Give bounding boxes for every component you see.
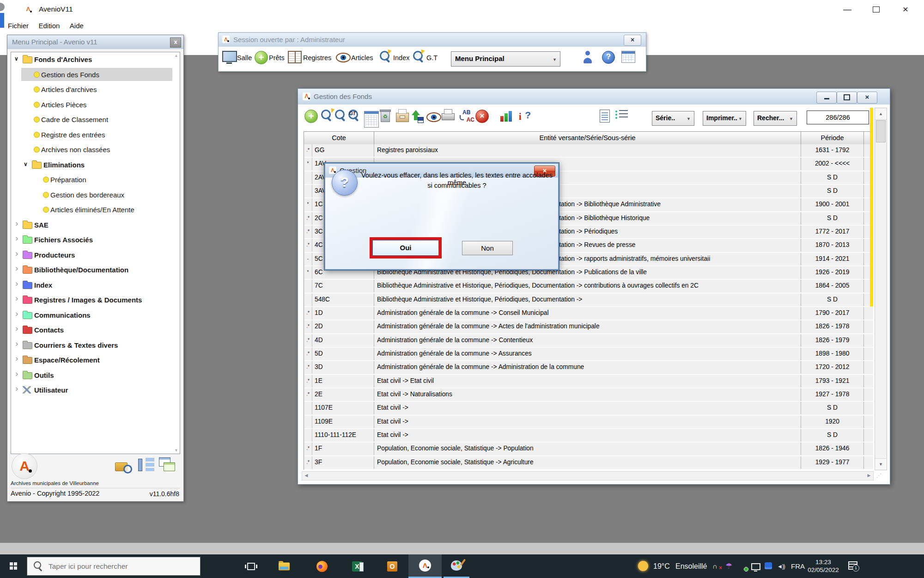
- registres-button[interactable]: Registres: [303, 54, 331, 61]
- taskbar-avenio-active[interactable]: Λ: [408, 554, 442, 578]
- menu-aide[interactable]: Aide: [70, 18, 84, 34]
- tree-item[interactable]: ∨Eliminations: [11, 158, 180, 173]
- fonds-minimize-button[interactable]: [816, 92, 837, 104]
- plus-icon[interactable]: +: [255, 51, 268, 64]
- user-icon[interactable]: [582, 51, 594, 63]
- chevron-right-icon[interactable]: ›: [15, 308, 18, 319]
- tree-item[interactable]: ›Bibliothèque/Documentation: [11, 263, 180, 278]
- scroll-right-icon[interactable]: ▶: [865, 472, 873, 480]
- column-header-cote[interactable]: Cote: [304, 132, 374, 145]
- language-indicator[interactable]: FRA: [791, 554, 805, 578]
- panel-close-button[interactable]: x: [170, 37, 181, 48]
- weather-desc[interactable]: Ensoleillé: [675, 554, 707, 578]
- eye-icon[interactable]: [336, 53, 351, 62]
- tree-item[interactable]: ∨Fonds d'Archives: [11, 52, 180, 68]
- chevron-right-icon[interactable]: ›: [15, 383, 18, 394]
- table-row[interactable]: .*5DAdministration générale de la commun…: [304, 348, 873, 361]
- table-row[interactable]: .*3FPopulation, Economie sociale, Statis…: [304, 456, 873, 470]
- chevron-right-icon[interactable]: ›: [15, 263, 18, 273]
- search-input[interactable]: [48, 557, 188, 575]
- column-header-entite[interactable]: Entité versante/Série/Sous-série: [374, 132, 801, 145]
- sun-weather-icon[interactable]: [638, 561, 648, 571]
- headset-muted-icon[interactable]: ∩: [712, 562, 721, 571]
- zoom-icon[interactable]: [334, 110, 348, 125]
- vertical-scrollbar[interactable]: ▲ ▼: [875, 108, 887, 470]
- chevron-right-icon[interactable]: ›: [15, 218, 18, 228]
- tree-item[interactable]: Cadre de Classement: [11, 112, 180, 128]
- tree-item[interactable]: ›Outils: [11, 368, 180, 383]
- info-help-icon[interactable]: i?: [518, 110, 532, 123]
- monitor-icon[interactable]: [222, 51, 237, 62]
- serie-dropdown[interactable]: Série.. ▼: [652, 111, 694, 126]
- non-button[interactable]: Non: [462, 241, 513, 255]
- tree-item[interactable]: ›Utilisateur: [11, 383, 180, 398]
- taskbar-search[interactable]: [27, 557, 201, 576]
- table-row[interactable]: 1109EEtat civil ->1920: [304, 416, 873, 429]
- shield-status-icon[interactable]: [739, 562, 747, 571]
- oui-button[interactable]: Oui: [372, 240, 439, 256]
- chevron-right-icon[interactable]: ›: [15, 369, 18, 379]
- table-row[interactable]: 1107EEtat civil ->S D: [304, 402, 873, 415]
- taskbar-paint[interactable]: [444, 554, 469, 578]
- tree-item[interactable]: Gestion des Fonds: [11, 68, 180, 83]
- horizontal-scrollbar[interactable]: ◀ ▶: [302, 471, 874, 480]
- eye-icon[interactable]: [426, 112, 441, 122]
- chart-icon[interactable]: [500, 110, 513, 122]
- resize-grip[interactable]: ⋰: [876, 472, 883, 479]
- tree-item[interactable]: ›Espace/Récolement: [11, 353, 180, 368]
- tree-item[interactable]: ›Index: [11, 278, 180, 293]
- chevron-right-icon[interactable]: ›: [15, 293, 18, 303]
- tree-item[interactable]: ›Communications: [11, 308, 180, 323]
- notification-center-button[interactable]: 1: [848, 561, 857, 570]
- tree-item[interactable]: ›Registres / Images & Documents: [11, 293, 180, 308]
- scrollbar-thumb[interactable]: [876, 120, 886, 142]
- speaker-icon[interactable]: ◄)): [777, 562, 785, 571]
- imprimer-dropdown[interactable]: Imprimer.. ▼: [703, 111, 746, 126]
- taskbar-outlook[interactable]: O: [381, 554, 404, 578]
- tree-item[interactable]: Articles d'archives: [11, 82, 180, 98]
- registers-icon[interactable]: [288, 51, 302, 63]
- table-row[interactable]: 548CBibliothèque Administrative et Histo…: [304, 294, 873, 307]
- calendar-icon[interactable]: [364, 111, 379, 128]
- hierarchy-icon[interactable]: [137, 456, 155, 473]
- chevron-right-icon[interactable]: ›: [15, 233, 18, 243]
- intel-graphics-icon[interactable]: [765, 562, 772, 569]
- table-row[interactable]: .*4DAdministration générale de la commun…: [304, 334, 873, 348]
- minimize-button[interactable]: —: [834, 0, 860, 18]
- menu-dropdown[interactable]: Menu Principal ▼: [451, 51, 560, 67]
- chevron-down-icon[interactable]: ∨: [14, 55, 18, 62]
- export-icon[interactable]: [411, 110, 424, 123]
- maximize-button[interactable]: [863, 0, 889, 18]
- search-bolt-icon[interactable]: [379, 51, 391, 63]
- salle-button[interactable]: Salle: [237, 54, 252, 61]
- table-row[interactable]: 1110-111-112EEtat civil ->S D: [304, 429, 873, 443]
- articles-button[interactable]: Articles: [351, 54, 373, 61]
- scroll-left-icon[interactable]: ◀: [302, 472, 310, 480]
- umbrella-icon[interactable]: ☂: [725, 562, 734, 571]
- tree-item[interactable]: Articles Pièces: [11, 98, 180, 113]
- chevron-right-icon[interactable]: ›: [15, 353, 18, 363]
- tree-item[interactable]: ›Producteurs: [11, 248, 180, 263]
- table-row[interactable]: .*GGRegistres paroissiaux1631 - 1792: [304, 144, 873, 158]
- trash-icon[interactable]: ♻: [381, 111, 390, 122]
- help-icon[interactable]: ?: [602, 51, 615, 64]
- clock[interactable]: 13:23 02/05/2022: [805, 554, 842, 578]
- fonds-restore-button[interactable]: [837, 92, 857, 104]
- archive-box-icon[interactable]: [396, 113, 409, 122]
- add-icon[interactable]: +: [304, 110, 318, 123]
- cascade-windows-icon[interactable]: [158, 456, 176, 473]
- task-view-button[interactable]: [240, 554, 261, 578]
- scroll-up-icon[interactable]: ▲: [875, 108, 887, 120]
- tree-item[interactable]: ›SAE: [11, 218, 180, 233]
- close-button[interactable]: ×: [893, 0, 918, 18]
- document-icon[interactable]: [600, 110, 610, 123]
- chevron-down-icon[interactable]: ∨: [24, 161, 28, 167]
- tree-item[interactable]: Archives non classées: [11, 142, 180, 158]
- search-bolt-icon[interactable]: [321, 110, 334, 125]
- session-close-button[interactable]: ×: [624, 35, 641, 46]
- table-row[interactable]: .*2EEtat civil -> Naturalisations1927 - …: [304, 388, 873, 402]
- tree-item[interactable]: Gestion des bordereaux: [11, 188, 180, 203]
- tree-item[interactable]: ›Courriers & Textes divers: [11, 338, 180, 353]
- search-bolt-icon[interactable]: [413, 51, 425, 63]
- chevron-right-icon[interactable]: ›: [15, 278, 18, 289]
